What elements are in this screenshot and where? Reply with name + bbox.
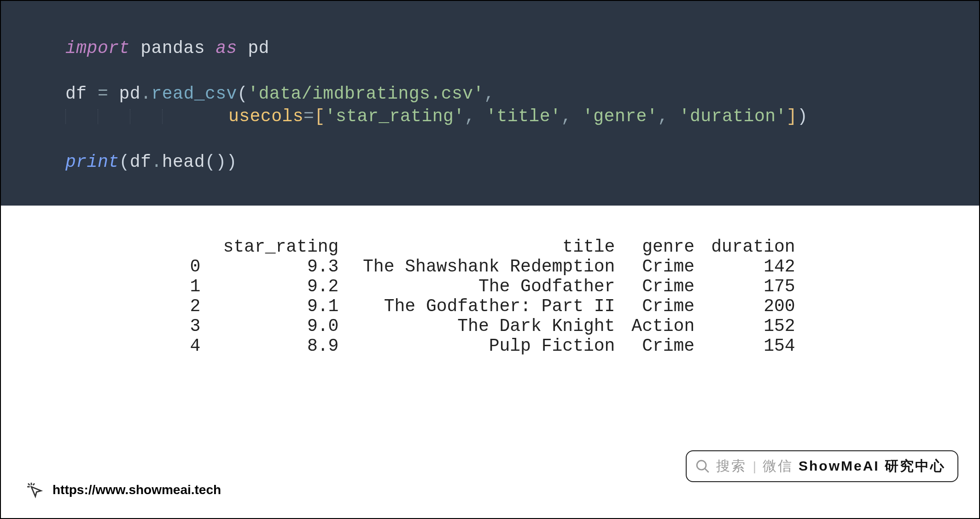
cell-rating: 9.1 (209, 296, 347, 316)
paren-close-3: ) (216, 152, 226, 172)
table-body: 0 9.3 The Shawshank Redemption Crime 142… (176, 257, 803, 356)
sep1: , (465, 106, 486, 126)
code-line-blank-2 (65, 128, 979, 151)
sep2: , (561, 106, 583, 126)
paren-open-3: ( (205, 152, 216, 172)
bracket-close: ] (787, 106, 797, 126)
search-icon (695, 459, 711, 474)
cursor-click-icon (25, 480, 44, 500)
cell-genre: Crime (623, 336, 703, 356)
code-line-6: print(df.head()) (65, 151, 979, 173)
badge-divider: | (753, 459, 756, 474)
table-row: 3 9.0 The Dark Knight Action 152 (176, 316, 803, 336)
col-star-rating: star_rating (209, 237, 347, 257)
cell-title: The Godfather (347, 277, 623, 296)
alias-name: pd (248, 38, 269, 58)
cell-index: 0 (176, 257, 209, 277)
var-df: df (65, 84, 87, 104)
badge-brand: ShowMeAI 研究中心 (799, 457, 945, 476)
table-header-row: star_rating title genre duration (176, 237, 803, 257)
col3: 'genre' (583, 106, 658, 126)
cell-rating: 9.2 (209, 277, 347, 296)
cell-duration: 152 (703, 316, 803, 336)
table-row: 2 9.1 The Godfather: Part II Crime 200 (176, 296, 803, 316)
cell-duration: 154 (703, 336, 803, 356)
fn-print: print (65, 152, 119, 172)
paren-open: ( (237, 84, 248, 104)
obj-pd: pd (119, 84, 141, 104)
dataframe-table: star_rating title genre duration 0 9.3 T… (176, 237, 803, 356)
cell-duration: 142 (703, 257, 803, 277)
equals2: = (303, 106, 314, 126)
obj-df: df (130, 152, 152, 172)
cell-index: 1 (176, 277, 209, 296)
col1: 'star_rating' (325, 106, 465, 126)
col-index (176, 237, 209, 257)
cell-rating: 9.0 (209, 316, 347, 336)
col-duration: duration (703, 237, 803, 257)
paren-close-2: ) (227, 152, 237, 172)
badge-wechat-label: 微信 (763, 457, 793, 476)
cell-genre: Action (623, 316, 703, 336)
search-badge[interactable]: 搜索 | 微信 ShowMeAI 研究中心 (686, 450, 958, 482)
comma: , (484, 84, 495, 104)
cell-genre: Crime (623, 277, 703, 296)
cell-title: The Godfather: Part II (347, 296, 623, 316)
output-block: star_rating title genre duration 0 9.3 T… (1, 206, 979, 356)
equals: = (98, 84, 108, 104)
keyword-import: import (65, 38, 130, 58)
code-block: import pandas as pd df = pd.read_csv('da… (1, 1, 979, 206)
cell-rating: 9.3 (209, 257, 347, 277)
bracket-open: [ (314, 106, 325, 126)
cell-index: 4 (176, 336, 209, 356)
cell-title: Pulp Fiction (347, 336, 623, 356)
cell-genre: Crime (623, 257, 703, 277)
dot2: . (151, 152, 162, 172)
paren-close: ) (797, 106, 808, 126)
str-path: 'data/imdbratings.csv' (248, 84, 484, 104)
cell-duration: 200 (703, 296, 803, 316)
code-line-blank-1 (65, 59, 979, 82)
sep3: , (658, 106, 679, 126)
svg-line-1 (705, 468, 709, 472)
footer-url[interactable]: https://www.showmeai.tech (52, 483, 221, 497)
cell-rating: 8.9 (209, 336, 347, 356)
table-row: 0 9.3 The Shawshank Redemption Crime 142 (176, 257, 803, 277)
cell-genre: Crime (623, 296, 703, 316)
col-genre: genre (623, 237, 703, 257)
svg-point-0 (697, 460, 706, 470)
fn-head: head (162, 152, 205, 172)
table-row: 4 8.9 Pulp Fiction Crime 154 (176, 336, 803, 356)
code-line-4: usecols=['star_rating', 'title', 'genre'… (65, 105, 979, 128)
table-row: 1 9.2 The Godfather Crime 175 (176, 277, 803, 296)
fn-readcsv: read_csv (151, 84, 237, 104)
cell-index: 2 (176, 296, 209, 316)
cell-index: 3 (176, 316, 209, 336)
module-name: pandas (140, 38, 205, 58)
code-line-3: df = pd.read_csv('data/imdbratings.csv', (65, 83, 979, 105)
paren-open-2: ( (119, 152, 130, 172)
badge-search-label: 搜索 (716, 457, 747, 476)
col2: 'title' (486, 106, 561, 126)
document-frame: import pandas as pd df = pd.read_csv('da… (0, 0, 980, 519)
footer-link: https://www.showmeai.tech (25, 480, 221, 500)
param-usecols: usecols (228, 106, 303, 126)
keyword-as: as (216, 38, 237, 58)
col-title: title (347, 237, 623, 257)
code-line-1: import pandas as pd (65, 37, 979, 59)
cell-duration: 175 (703, 277, 803, 296)
cell-title: The Shawshank Redemption (347, 257, 623, 277)
col4: 'duration' (679, 106, 787, 126)
dot: . (140, 84, 151, 104)
indent-guides (65, 105, 196, 128)
cell-title: The Dark Knight (347, 316, 623, 336)
